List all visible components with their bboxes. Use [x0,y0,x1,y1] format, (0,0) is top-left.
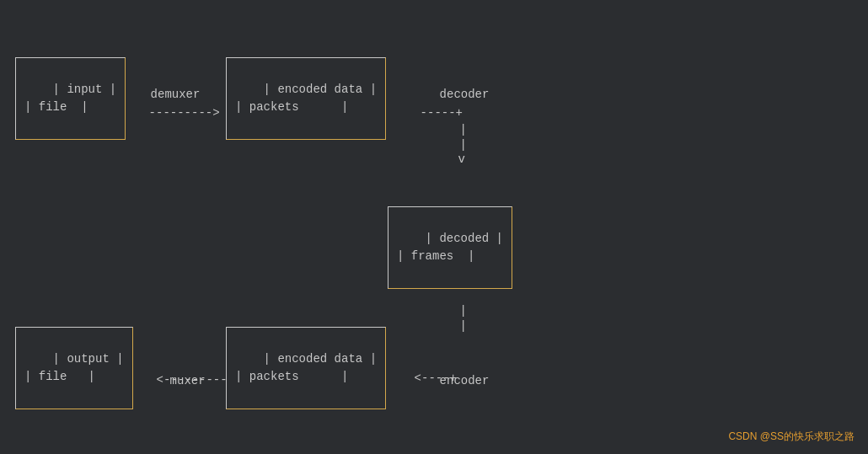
decoder-arrow-v: v [430,139,465,179]
encoded-data-top-text: | encoded data | | packets | [235,83,377,114]
input-file-box: | input | | file | [15,57,126,140]
diagram: | input | | file | demuxer ---------> | … [0,0,868,454]
muxer-label: muxer [142,361,206,401]
encoded-data-top-box: | encoded data | | packets | [226,57,386,140]
decoded-frames-box: | decoded | | frames | [388,206,512,289]
watermark-prefix: CSDN @ [728,430,770,442]
decoded-pipe2: | [431,306,467,346]
decoded-frames-text: | decoded | | frames | [397,232,503,263]
watermark-highlight: SS的快乐求职之路 [770,430,855,442]
watermark: CSDN @SS的快乐求职之路 [728,430,855,444]
encoded-data-bottom-box: | encoded data | | packets | [226,327,386,409]
encoder-label: encoder [411,361,489,401]
output-file-box: | output | | file | [15,327,133,409]
arrow-demuxer-right: ---------> [121,93,220,133]
encoded-data-bottom-text: | encoded data | | packets | [235,352,377,383]
input-file-text: | input | | file | [24,83,116,114]
output-file-text: | output | | file | [24,352,124,383]
